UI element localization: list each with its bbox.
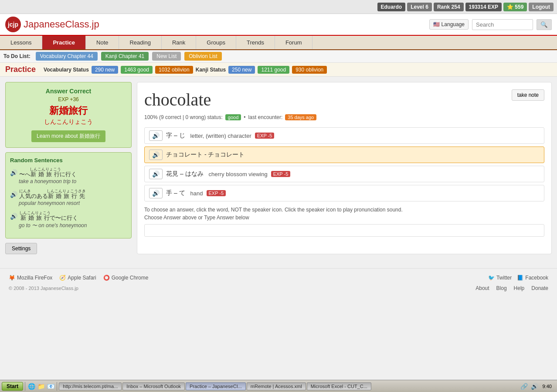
nav: Lessons Practice Note Reading Rank Group…: [0, 36, 557, 50]
nav-lessons[interactable]: Lessons: [0, 36, 42, 49]
footer-top: 🦊 Mozilla FireFox 🧭 Apple Safari ⭕ Googl…: [9, 275, 548, 281]
answer-option-4[interactable]: 🔊 手 – て hand EXP -5: [144, 185, 544, 201]
option-text-2: チョコレート - チョコレート: [166, 151, 245, 159]
nav-practice[interactable]: Practice: [42, 36, 86, 49]
copyright-text: © 2008 - 2013 JapaneseClass.jp: [9, 286, 78, 291]
word-header: chocolate take note: [144, 89, 544, 110]
option-text-3: 花見 – はなみ: [166, 170, 204, 178]
option-meaning-1: letter, (written) character: [190, 133, 251, 139]
status-good-badge: good: [225, 114, 241, 120]
answer-option-3[interactable]: 🔊 花見 – はなみ cherry blossom viewing EXP -5: [144, 166, 544, 182]
top-bar: Eduardo Level 6 Rank 254 193314 EXP ⭐ 55…: [0, 0, 557, 14]
option-meaning-3: cherry blossom viewing: [209, 171, 268, 177]
practice-panel: chocolate take note 100% (9 correct | 0 …: [137, 82, 552, 254]
language-button[interactable]: 🇺🇸 Language: [429, 19, 469, 30]
status-text: 100% (9 correct | 0 wrong) status:: [144, 114, 223, 120]
speaker-icon-3[interactable]: 🔊: [10, 213, 17, 220]
header: jcjp JapaneseClass.jp 🇺🇸 Language 🔍: [0, 14, 557, 36]
answer-option-1[interactable]: 🔊 字 – じ letter, (written) character EXP …: [144, 127, 544, 144]
logo[interactable]: jcjp JapaneseClass.jp: [5, 17, 99, 32]
twitter-link[interactable]: 🐦 Twitter: [488, 275, 512, 281]
vocab-new-badge: 290 new: [92, 66, 118, 74]
nav-forum[interactable]: Forum: [275, 36, 313, 49]
last-encounter-label: last encounter:: [248, 114, 283, 120]
firefox-icon: 🦊: [9, 275, 15, 281]
logo-text: JapaneseClass.jp: [24, 19, 99, 30]
browser-chrome[interactable]: ⭕ Google Chrome: [103, 275, 149, 281]
footer: 🦊 Mozilla FireFox 🧭 Apple Safari ⭕ Googl…: [0, 268, 557, 297]
speaker-icon-2[interactable]: 🔊: [10, 191, 17, 198]
nav-reading[interactable]: Reading: [119, 36, 161, 49]
search-button[interactable]: 🔍: [537, 19, 552, 30]
option-text-4: 手 – て: [166, 189, 185, 197]
kanji-oblivion-badge: 930 oblivion: [292, 66, 327, 74]
footer-donate-link[interactable]: Donate: [531, 285, 548, 291]
footer-blog-link[interactable]: Blog: [496, 285, 507, 291]
answer-input[interactable]: [144, 224, 544, 237]
vocab-status-label: Vocabulary Status: [44, 67, 89, 73]
header-right: 🇺🇸 Language 🔍: [429, 19, 552, 30]
exp-badge: 193314 EXP: [465, 3, 502, 11]
footer-bottom: © 2008 - 2013 JapaneseClass.jp About Blo…: [9, 285, 548, 291]
browser-firefox[interactable]: 🦊 Mozilla FireFox: [9, 275, 52, 281]
todo-oblivion[interactable]: Oblivion List: [184, 52, 221, 61]
facebook-link[interactable]: 📘 Facebook: [517, 275, 548, 281]
answer-correct-label: Answer Correct: [11, 88, 126, 95]
main-content: Answer Correct EXP +36 新婚旅行 しんこんりょこう Lea…: [0, 77, 557, 259]
list-item: 🔊 〜へ新婚旅行しんこんりょこうに行く take a honeymoon tri…: [10, 167, 127, 184]
left-panel: Answer Correct EXP +36 新婚旅行 しんこんりょこう Lea…: [5, 82, 132, 254]
facebook-icon: 📘: [517, 275, 523, 281]
search-icon: 🔍: [540, 21, 548, 28]
nav-trends[interactable]: Trends: [236, 36, 275, 49]
word-title: chocolate: [144, 89, 211, 110]
todo-vocab[interactable]: Vocabulary Chapter 44: [36, 52, 98, 61]
footer-about-link[interactable]: About: [475, 285, 489, 291]
nav-groups[interactable]: Groups: [196, 36, 236, 49]
list-item: 🔊 人気にんきのある新婚旅行先しんこんりょこうさき popular honeym…: [10, 189, 127, 206]
encounter-days-badge: 35 days ago: [285, 114, 316, 120]
todo-label: To Do List:: [3, 53, 31, 59]
option-text-1: 字 – じ: [166, 132, 185, 140]
settings-button[interactable]: Settings: [5, 243, 37, 254]
speaker-button-2[interactable]: 🔊: [149, 150, 163, 160]
safari-icon: 🧭: [59, 275, 66, 281]
level-badge: Level 6: [407, 3, 432, 11]
vocab-good-badge: 1463 good: [121, 66, 153, 74]
footer-browsers: 🦊 Mozilla FireFox 🧭 Apple Safari ⭕ Googl…: [9, 275, 148, 281]
star-badge: ⭐ 559: [503, 3, 527, 11]
todo-newlist[interactable]: New List: [152, 52, 181, 61]
logout-button[interactable]: Logout: [529, 3, 554, 11]
answer-option-2[interactable]: 🔊 チョコレート - チョコレート: [144, 147, 544, 163]
learn-more-button[interactable]: Learn more about 新婚旅行: [31, 130, 105, 142]
vocab-oblivion-badge: 1032 oblivion: [155, 66, 193, 74]
chrome-icon: ⭕: [103, 275, 110, 281]
speaker-button-1[interactable]: 🔊: [149, 130, 163, 141]
footer-help-link[interactable]: Help: [514, 285, 525, 291]
todo-bar: To Do List: Vocabulary Chapter 44 Kanji …: [0, 50, 557, 63]
speaker-icon-1[interactable]: 🔊: [10, 169, 17, 176]
nav-rank[interactable]: Rank: [162, 36, 196, 49]
todo-kanji[interactable]: Kanji Chapter 41: [101, 52, 149, 61]
answer-box: Answer Correct EXP +36 新婚旅行 しんこんりょこう Lea…: [5, 82, 132, 148]
rank-badge: Rank 254: [434, 3, 464, 11]
nav-note[interactable]: Note: [86, 36, 119, 49]
take-note-button[interactable]: take note: [512, 89, 544, 101]
practice-title: Practice: [5, 65, 36, 74]
option-meaning-4: hand: [190, 190, 203, 197]
random-sentences-title: Random Sentences: [10, 157, 127, 164]
speaker-button-3[interactable]: 🔊: [149, 169, 163, 179]
answer-reading: しんこんりょこう: [11, 118, 126, 126]
footer-links: About Blog Help Donate: [475, 285, 548, 291]
answer-exp: EXP +36: [11, 96, 126, 102]
separator-dot: •: [244, 114, 245, 120]
instruction-text: To choose an answer, click the word, NOT…: [144, 206, 544, 222]
kanji-status-label: Kanji Status: [196, 67, 226, 73]
search-input[interactable]: [472, 19, 533, 30]
option-exp-4: EXP -5: [207, 190, 226, 196]
logo-icon: jcjp: [5, 17, 21, 32]
browser-safari[interactable]: 🧭 Apple Safari: [59, 275, 96, 281]
list-item: 🔊 新婚旅行しんこんりょこうで〜に行く go to 〜 on one's hon…: [10, 211, 127, 229]
word-status: 100% (9 correct | 0 wrong) status: good …: [144, 114, 544, 120]
speaker-button-4[interactable]: 🔊: [149, 188, 163, 198]
status-bar: Practice Vocabulary Status 290 new 1463 …: [0, 63, 557, 77]
